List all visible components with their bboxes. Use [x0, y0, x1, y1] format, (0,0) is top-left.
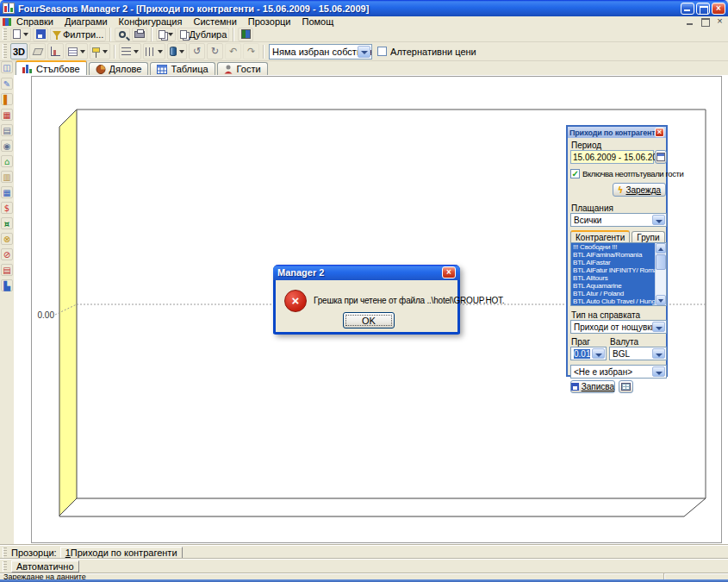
vertical-grid-button[interactable] — [143, 43, 165, 59]
list-item[interactable]: BTL Alltours — [571, 274, 655, 282]
combo-dropdown-icon[interactable] — [652, 322, 665, 332]
report-edit-icon[interactable]: ✎ — [1, 78, 13, 90]
guest-chart-icon[interactable]: ▙ — [1, 279, 13, 291]
tab-table[interactable]: Таблица — [150, 62, 215, 75]
save-button[interactable] — [33, 28, 48, 41]
scroll-down-icon[interactable] — [656, 295, 666, 305]
list-scrollbar[interactable] — [655, 243, 666, 305]
automatic-button[interactable]: Автоматично — [11, 560, 79, 573]
legend-button[interactable] — [65, 43, 88, 59]
cascade-windows-icon[interactable]: ◫ — [1, 61, 13, 73]
payments-combobox[interactable]: Всички — [570, 213, 667, 227]
list-item[interactable]: !!! Свободни !!! — [571, 243, 655, 251]
mdi-close-icon[interactable]: × — [714, 17, 725, 26]
tab-groups[interactable]: Групи — [632, 231, 664, 243]
grid-view-button[interactable] — [619, 380, 633, 393]
combo-dropdown-icon[interactable] — [592, 348, 605, 359]
scroll-thumb[interactable] — [656, 254, 666, 270]
print-button[interactable] — [132, 28, 147, 41]
combo-dropdown-icon[interactable] — [652, 215, 665, 225]
template-combobox[interactable]: <Не е избран> — [570, 365, 667, 379]
list-item-partial[interactable] — [571, 305, 655, 306]
menu-windows[interactable]: Прозорци — [248, 16, 291, 27]
copy-button[interactable] — [156, 28, 176, 41]
void-charge-icon[interactable]: ⊘ — [1, 248, 13, 260]
checkbox-checked-icon[interactable]: ✓ — [570, 169, 580, 178]
checkbox-unchecked-icon[interactable] — [377, 47, 387, 56]
menu-diagrams[interactable]: Диаграми — [65, 16, 108, 27]
toolbar-grip[interactable] — [3, 44, 7, 59]
contractors-listbox[interactable]: !!! Свободни !!! BTL AlFamina/Romania BT… — [570, 242, 667, 306]
calendar-icon[interactable]: ▦ — [1, 109, 13, 121]
menu-system[interactable]: Системни — [193, 16, 236, 27]
tab-guests[interactable]: Гости — [217, 62, 268, 75]
threshold-combobox[interactable]: 0.01 — [570, 347, 607, 360]
export-button[interactable] — [238, 28, 253, 41]
revenue-icon[interactable]: $ — [1, 202, 13, 214]
guest-document-icon[interactable]: ▤ — [1, 264, 13, 276]
panel-close-icon[interactable]: × — [655, 128, 664, 137]
series-style-button[interactable] — [167, 43, 187, 59]
scroll-up-icon[interactable] — [656, 243, 666, 253]
void-payment-icon[interactable]: ⊗ — [1, 233, 13, 245]
panel-title-bar[interactable]: Приходи по контрагенти × — [568, 127, 666, 138]
dropdown-arrow-icon — [134, 50, 139, 53]
undo-rotate-button: ↶ — [225, 43, 241, 59]
rotate-right-button[interactable]: ↻ — [207, 43, 223, 59]
filters-button[interactable]: Филтри... — [50, 28, 106, 41]
close-button-icon[interactable]: × — [712, 3, 725, 15]
combo-dropdown-icon[interactable] — [652, 348, 665, 359]
window-1-button[interactable]: 1 Приходи по контрагенти — [60, 547, 183, 559]
owner-combobox[interactable]: Няма избран собственици — [269, 44, 372, 59]
calendar-button[interactable] — [655, 150, 667, 164]
combo-dropdown-icon[interactable] — [652, 366, 665, 377]
list-item[interactable]: BTL Auto Club Travel / Hunga — [571, 297, 655, 305]
occupancy-grid-icon[interactable]: ▦ — [1, 186, 13, 198]
perspective-button[interactable] — [29, 43, 46, 59]
list-item[interactable]: BTL AlFastar — [571, 259, 655, 266]
combo-dropdown-icon[interactable] — [358, 46, 370, 58]
menu-reports[interactable]: Справки — [16, 16, 53, 27]
ok-button[interactable]: OK — [343, 312, 395, 329]
axis-labels-button[interactable] — [47, 43, 64, 59]
list-item[interactable]: BTL AlFatur INFINITY/ Romani — [571, 266, 655, 274]
mdi-restore-icon[interactable] — [700, 17, 711, 26]
tab-contractors[interactable]: Контрагенти — [570, 230, 630, 243]
list-item[interactable]: BTL AlFamina/Romania — [571, 251, 655, 259]
list-item[interactable]: BTL Atur / Poland — [571, 290, 655, 297]
mdi-minimize-icon[interactable] — [685, 17, 696, 26]
3d-toggle-button[interactable]: 3D — [10, 43, 28, 59]
columns-report-icon[interactable]: ▥ — [1, 171, 13, 183]
print-preview-button[interactable] — [115, 28, 130, 41]
save-report-button[interactable]: Записва — [570, 380, 615, 393]
period-field[interactable]: 15.06.2009 - 15.06.2009 — [570, 150, 654, 164]
chart-report-icon[interactable]: ▌ — [1, 93, 13, 105]
dialog-title-bar[interactable]: Manager 2 × — [273, 265, 460, 280]
restore-button-icon[interactable] — [696, 3, 710, 15]
report-type-combobox[interactable]: Приходи от нощувки — [570, 320, 667, 334]
minimize-button-icon[interactable] — [681, 3, 694, 15]
guests-icon[interactable]: ◉ — [1, 140, 13, 152]
menu-configuration[interactable]: Конфигурация — [119, 16, 183, 27]
tab-pie[interactable]: Дялове — [89, 62, 149, 75]
marks-button[interactable] — [90, 43, 110, 59]
hotel-icon[interactable]: ⌂ — [1, 155, 13, 167]
menu-help[interactable]: Помощ — [302, 16, 333, 27]
rotate-left-button[interactable]: ↺ — [189, 43, 205, 59]
duplicate-button[interactable]: Дублира — [177, 28, 229, 41]
horizontal-grid-button[interactable] — [119, 43, 141, 59]
list-item[interactable]: BTL Aquamarine — [571, 282, 655, 290]
tab-bars[interactable]: Стълбове — [16, 60, 87, 75]
currency-combobox[interactable]: BGL — [609, 347, 667, 360]
new-report-button[interactable] — [10, 28, 31, 41]
calendar-report-icon[interactable]: ▤ — [1, 124, 13, 136]
toolbar-grip[interactable] — [3, 28, 7, 41]
dialog-close-icon[interactable]: × — [442, 266, 456, 278]
toolbar-grip[interactable] — [3, 561, 7, 572]
load-button[interactable]: ϟ Зарежда — [613, 183, 666, 197]
payments-icon[interactable]: ¤ — [1, 217, 13, 229]
alt-prices-checkbox[interactable]: Алтернативни цени — [377, 47, 476, 57]
copy-icon — [159, 30, 165, 39]
toolbar-grip[interactable] — [3, 548, 7, 558]
include-guests-checkbox[interactable]: ✓ Включва неотпътували гости — [570, 169, 683, 178]
